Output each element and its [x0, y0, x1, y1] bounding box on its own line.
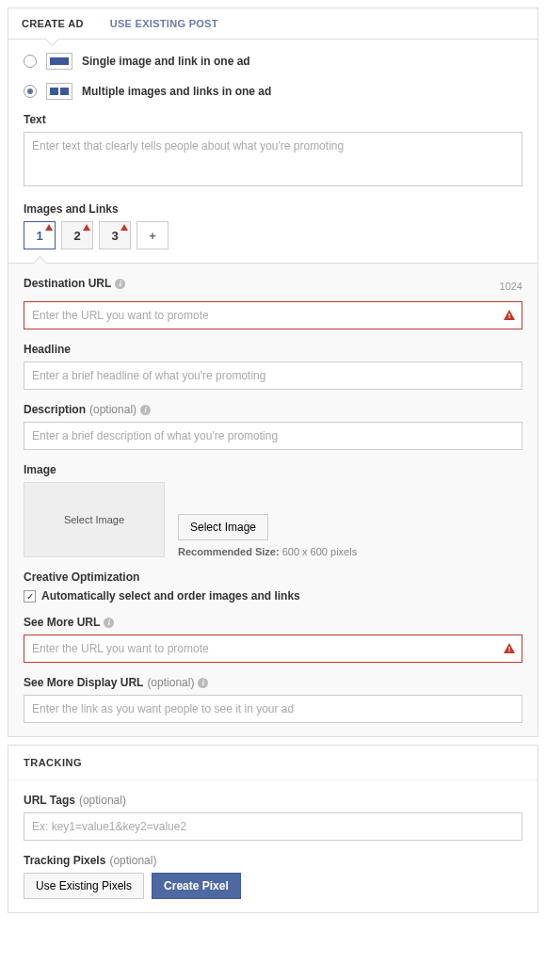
see-more-display-url-label: See More Display URL (optional) i	[24, 676, 522, 689]
radio-multi[interactable]	[24, 85, 37, 98]
auto-optimize-checkbox[interactable]: ✓	[24, 590, 36, 602]
tab-use-existing-post[interactable]: USE EXISTING POST	[97, 8, 232, 39]
creative-optimization-label: Creative Optimization	[24, 570, 522, 584]
destination-url-label: Destination URL i	[24, 277, 125, 290]
info-icon[interactable]: i	[104, 618, 114, 628]
description-input[interactable]	[24, 422, 522, 450]
warning-icon	[45, 224, 53, 231]
image-link-tabs: 1 2 3 +	[24, 221, 522, 249]
image-link-detail: Destination URL i 1024 Headline Descript…	[8, 263, 538, 736]
create-pixel-button[interactable]: Create Pixel	[152, 873, 241, 899]
tracking-header: TRACKING	[8, 746, 538, 780]
tracking-pixels-label: Tracking Pixels (optional)	[24, 854, 522, 867]
info-icon[interactable]: i	[198, 678, 208, 688]
select-image-button[interactable]: Select Image	[178, 514, 268, 540]
format-single-label: Single image and link in one ad	[82, 55, 250, 68]
image-label: Image	[24, 463, 522, 476]
single-image-thumb	[46, 53, 72, 70]
tab-create-ad[interactable]: CREATE AD	[8, 8, 97, 39]
format-single-option[interactable]: Single image and link in one ad	[24, 53, 522, 70]
format-multi-option[interactable]: Multiple images and links in one ad	[24, 83, 522, 100]
text-label: Text	[24, 113, 522, 126]
warning-icon	[83, 224, 90, 231]
ad-text-input[interactable]	[24, 132, 522, 186]
info-icon[interactable]: i	[140, 405, 151, 415]
create-ad-panel: CREATE AD USE EXISTING POST Single image…	[8, 8, 538, 737]
url-tags-label: URL Tags (optional)	[24, 794, 522, 807]
add-image-tab[interactable]: +	[136, 221, 169, 249]
use-existing-pixels-button[interactable]: Use Existing Pixels	[24, 873, 144, 899]
format-section: Single image and link in one ad Multiple…	[8, 40, 538, 263]
see-more-url-label: See More URL i	[24, 616, 522, 629]
auto-optimize-label: Automatically select and order images an…	[41, 589, 300, 602]
warning-icon	[120, 224, 128, 231]
error-icon	[504, 310, 515, 320]
destination-url-input[interactable]	[24, 301, 522, 329]
ad-source-tabs: CREATE AD USE EXISTING POST	[8, 8, 538, 40]
image-tab-3[interactable]: 3	[99, 221, 131, 249]
destination-url-counter: 1024	[500, 281, 522, 292]
image-dropzone[interactable]: Select Image	[24, 482, 165, 557]
image-tab-1[interactable]: 1	[24, 221, 56, 249]
multi-image-thumb	[46, 83, 72, 100]
info-icon[interactable]: i	[115, 279, 125, 289]
images-links-label: Images and Links	[24, 202, 522, 216]
see-more-url-input[interactable]	[24, 635, 522, 663]
headline-label: Headline	[24, 343, 522, 356]
format-multi-label: Multiple images and links in one ad	[82, 85, 271, 98]
headline-input[interactable]	[24, 361, 522, 390]
description-label: Description (optional) i	[24, 403, 522, 416]
url-tags-input[interactable]	[24, 812, 522, 841]
recommended-size: Recommended Size: 600 x 600 pixels	[178, 546, 357, 557]
image-tab-2[interactable]: 2	[61, 221, 93, 249]
error-icon	[504, 643, 515, 653]
see-more-display-url-input[interactable]	[24, 695, 522, 723]
auto-optimize-row[interactable]: ✓ Automatically select and order images …	[24, 589, 522, 602]
tracking-panel: TRACKING URL Tags (optional) Tracking Pi…	[8, 745, 538, 913]
radio-single[interactable]	[24, 55, 37, 68]
